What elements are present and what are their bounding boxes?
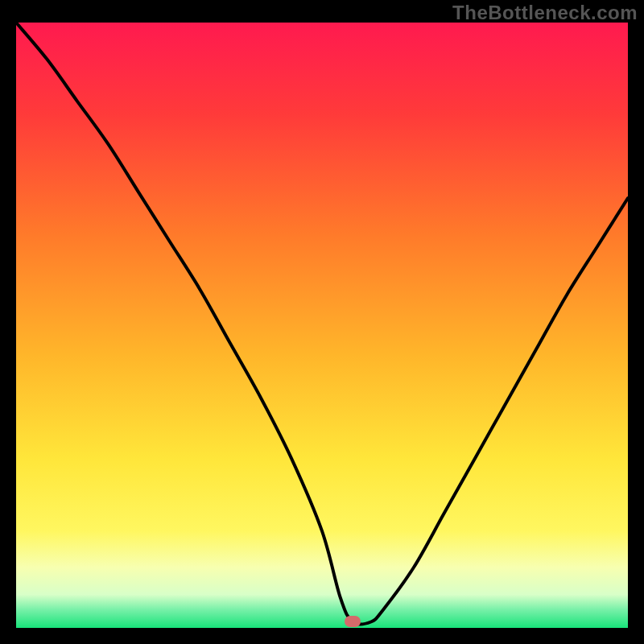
- plot-area: [16, 23, 628, 628]
- chart-frame: TheBottleneck.com: [0, 0, 644, 644]
- attribution-text: TheBottleneck.com: [452, 2, 638, 24]
- bottleneck-curve: [16, 23, 628, 628]
- minimum-marker-icon: [345, 616, 361, 627]
